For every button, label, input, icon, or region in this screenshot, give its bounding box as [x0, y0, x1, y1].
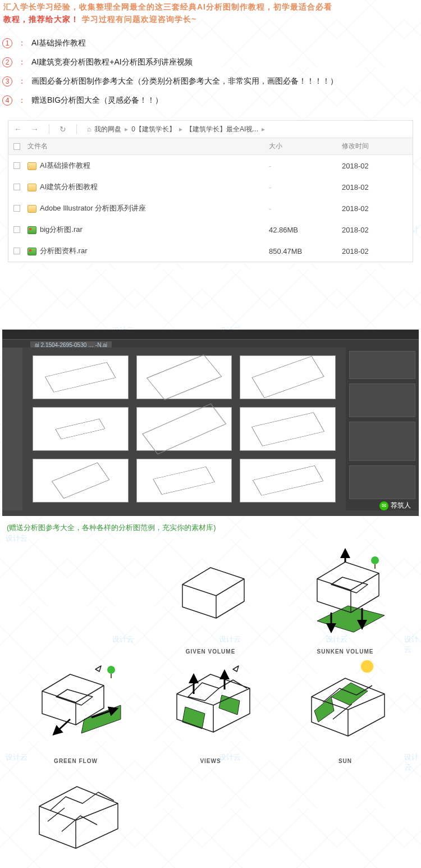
col-size[interactable]: 大小: [267, 138, 340, 154]
folder-icon: [28, 184, 36, 191]
refresh-icon[interactable]: ↻: [60, 125, 66, 134]
file-name: AI建筑分析图教程: [40, 182, 98, 191]
list-item: 1： AI基础操作教程: [0, 34, 421, 53]
chevron-right-icon: ▸: [179, 125, 182, 133]
file-name: big分析图.rar: [40, 225, 83, 234]
file-date: 2018-02: [340, 180, 413, 195]
list-text: AI建筑竞赛分析图教程+AI分析图系列讲座视频: [31, 57, 193, 67]
diagram-grid: GIVEN VOLUME SUNKEN VOLUME: [0, 540, 421, 868]
table-header: 文件名 大小 修改时间: [8, 138, 413, 155]
file-date: 2018-02: [340, 158, 413, 173]
checkbox-all[interactable]: [13, 143, 20, 150]
diagram-cell: VIEWS: [152, 666, 269, 764]
folder-icon: [28, 205, 36, 213]
file-name: AI基础操作教程: [40, 161, 90, 170]
forward-icon[interactable]: →: [31, 125, 39, 134]
diagram-label: GREEN FLOW: [54, 758, 98, 764]
chevron-right-icon: ▸: [262, 125, 265, 133]
table-row[interactable]: AI建筑分析图教程-2018-02: [8, 176, 413, 198]
diagram-cell: SUNKEN VOLUME: [286, 556, 404, 655]
file-browser: ← → ↻ ⌂ 我的网盘 ▸ 0【建筑学长】 ▸ 【建筑学长】最全AI视... …: [8, 120, 413, 262]
intro-line2: 教程，推荐给大家！ 学习过程有问题欢迎咨询学长~: [0, 15, 421, 30]
number-badge: 2: [2, 57, 12, 67]
diagram-cell: GREEN FLOW: [17, 666, 135, 764]
col-date[interactable]: 修改时间: [340, 138, 413, 154]
archive-icon: [28, 248, 36, 255]
diagram-label: GIVEN VOLUME: [186, 648, 236, 655]
file-size: -: [267, 201, 340, 216]
number-badge: 4: [2, 95, 12, 106]
folder-icon: [28, 162, 36, 170]
file-size: 850.47MB: [267, 244, 340, 259]
chevron-right-icon: ▸: [125, 125, 128, 133]
crumb[interactable]: 0【建筑学长】: [131, 125, 176, 134]
ai-canvas: [22, 348, 346, 510]
table-row[interactable]: big分析图.rar42.86MB2018-02: [8, 219, 413, 240]
checkbox[interactable]: [13, 226, 20, 233]
checkbox[interactable]: [13, 205, 20, 212]
intro-red: 教程，推荐给大家！: [3, 15, 79, 24]
col-name[interactable]: 文件名: [25, 138, 267, 154]
numbered-list: 1： AI基础操作教程 2： AI建筑竞赛分析图教程+AI分析图系列讲座视频 3…: [0, 30, 421, 118]
diagram-label: SUN: [338, 758, 352, 764]
number-badge: 3: [2, 76, 12, 86]
diagram-cell: SUN: [286, 666, 404, 764]
file-size: -: [267, 180, 340, 195]
checkbox[interactable]: [13, 162, 20, 169]
wechat-icon: ✉: [379, 501, 388, 510]
table-row[interactable]: AI基础操作教程-2018-02: [8, 155, 413, 176]
file-name: Adobe Illustrator 分析图系列讲座: [40, 204, 146, 212]
diagram-label: VIEWS: [200, 758, 221, 764]
file-size: 42.86MB: [267, 222, 340, 237]
breadcrumb: ⌂ 我的网盘 ▸ 0【建筑学长】 ▸ 【建筑学长】最全AI视... ▸: [87, 125, 265, 134]
illustrator-screenshot: ai 2.1504-2695-0530 … -N.ai: [2, 330, 419, 516]
list-text: 赠送BIG分析图大全（灵感必备！！）: [31, 95, 163, 106]
file-name: 分析图资料.rar: [40, 246, 88, 255]
diagram-cell: GIVEN VOLUME: [152, 556, 269, 655]
diagram-cell: MASSING: [17, 775, 135, 868]
table-row[interactable]: Adobe Illustrator 分析图系列讲座-2018-02: [8, 198, 413, 219]
checkbox[interactable]: [13, 248, 20, 254]
ai-toolbar: [2, 348, 22, 510]
list-text: AI基础操作教程: [31, 38, 86, 48]
home-icon[interactable]: ⌂: [87, 125, 91, 133]
file-size: -: [267, 158, 340, 173]
caption: (赠送分析图参考大全，各种各样的分析图范例，充实你的素材库): [0, 516, 421, 540]
intro-orange: 学习过程有问题欢迎咨询学长~: [82, 15, 196, 24]
ai-panels: [346, 348, 419, 510]
list-item: 2： AI建筑竞赛分析图教程+AI分析图系列讲座视频: [0, 53, 421, 72]
diagram-label: SUNKEN VOLUME: [317, 648, 374, 655]
number-badge: 1: [2, 38, 12, 48]
checkbox[interactable]: [13, 184, 20, 190]
list-item: 3： 画图必备分析图制作参考大全（分类别分析图参考大全，非常实用，画图必备！！！…: [0, 72, 421, 91]
wechat-watermark: ✉ 荐筑人: [379, 501, 411, 510]
crumb[interactable]: 我的网盘: [94, 125, 121, 134]
file-date: 2018-02: [340, 244, 413, 259]
list-item: 4： 赠送BIG分析图大全（灵感必备！！）: [0, 91, 421, 110]
list-text: 画图必备分析图制作参考大全（分类别分析图参考大全，非常实用，画图必备！！！！）: [31, 76, 338, 86]
intro-line1: 汇入学长学习经验，收集整理全网最全的这三套经典AI分析图制作教程，初学最适合必看: [0, 0, 421, 15]
browser-toolbar: ← → ↻ ⌂ 我的网盘 ▸ 0【建筑学长】 ▸ 【建筑学长】最全AI视... …: [8, 121, 413, 138]
back-icon[interactable]: ←: [14, 125, 22, 134]
file-date: 2018-02: [340, 201, 413, 216]
crumb[interactable]: 【建筑学长】最全AI视...: [186, 125, 258, 134]
file-date: 2018-02: [340, 222, 413, 237]
archive-icon: [28, 226, 36, 234]
table-row[interactable]: 分析图资料.rar850.47MB2018-02: [8, 240, 413, 262]
